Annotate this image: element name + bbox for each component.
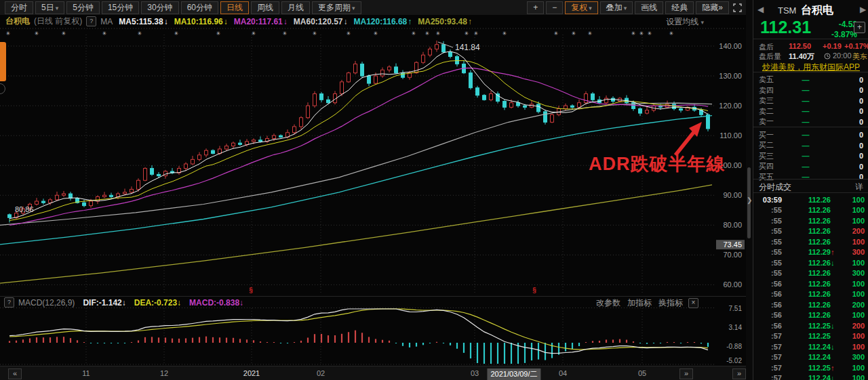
event-marker-icon[interactable]: ✳ <box>572 30 576 37</box>
event-marker-icon[interactable]: ✳ <box>474 30 479 37</box>
order-book-price: — <box>779 173 832 181</box>
period-button-月线[interactable]: 月线 <box>281 1 310 14</box>
event-marker-icon[interactable]: ✳ <box>216 30 221 37</box>
zoom-out-button[interactable]: − <box>546 1 563 14</box>
tool-button-隐藏[interactable]: 隐藏» <box>696 1 729 14</box>
tape-row: :55112.26300 <box>757 268 865 278</box>
event-marker-icon[interactable]: ✳ <box>425 30 430 37</box>
event-marker-icon[interactable]: ✳ <box>412 30 416 37</box>
arrow-down-icon: ↓ <box>831 343 836 351</box>
side-tab-handle[interactable] <box>0 42 6 81</box>
tape-time: :56 <box>757 290 782 298</box>
tape-price: 112.25 <box>782 332 831 340</box>
dividend-marker-icon[interactable]: § <box>249 287 253 294</box>
fullscreen-icon[interactable] <box>733 3 742 12</box>
zoom-in-button[interactable]: + <box>527 1 544 14</box>
event-marker-icon[interactable]: ✳ <box>554 30 559 37</box>
macd-value: DIF:-1.142↓ <box>83 298 125 308</box>
event-marker-icon[interactable]: ✳ <box>465 30 469 37</box>
axis-tick-label: 04 <box>559 369 567 377</box>
prev-stock-icon[interactable]: ◀ <box>757 5 764 14</box>
tape-volume: 300 <box>836 269 865 277</box>
macd-action-改参数[interactable]: 改参数 <box>596 297 620 309</box>
next-stock-icon[interactable]: ▶ <box>860 5 866 14</box>
event-marker-icon[interactable]: ✳ <box>639 30 644 37</box>
tool-button-复权[interactable]: 复权▾ <box>565 1 598 14</box>
event-marker-icon[interactable]: ✳ <box>102 30 107 37</box>
tool-button-画线[interactable]: 画线 <box>635 1 663 14</box>
order-book-level: 卖一 <box>759 117 779 127</box>
help-icon[interactable]: ? <box>4 297 14 308</box>
macd-actions: 改参数加指标换指标× <box>589 297 698 309</box>
ma5-line <box>9 51 708 219</box>
ma10-line <box>9 61 708 221</box>
ma-settings-button[interactable]: 设置均线 ▾ <box>666 16 704 28</box>
event-marker-icon[interactable]: ✳ <box>631 30 636 37</box>
close-icon[interactable]: × <box>688 298 698 308</box>
period-button-60分钟[interactable]: 60分钟 <box>181 1 218 14</box>
event-marker-icon[interactable]: ✳ <box>374 30 378 37</box>
period-button-30分钟[interactable]: 30分钟 <box>141 1 178 14</box>
event-marker-icon[interactable]: ✳ <box>648 30 652 37</box>
event-marker-icon[interactable]: ✳ <box>502 30 507 37</box>
axis-tick-label: 05 <box>638 369 646 377</box>
peak-price-label: 141.84 <box>455 43 480 52</box>
arrow-down-icon: ↓ <box>164 17 168 26</box>
tape-volume: 100 <box>836 217 865 225</box>
add-to-watchlist-button[interactable]: + <box>854 22 865 33</box>
period-button-15分钟[interactable]: 15分钟 <box>102 1 139 14</box>
event-marker-icon[interactable]: ✳ <box>6 30 11 37</box>
help-icon[interactable]: ? <box>86 16 96 26</box>
arrow-down-icon: ↓ <box>831 322 836 330</box>
order-book-price: — <box>779 163 832 171</box>
tape-detail-link[interactable]: 详 <box>855 182 863 193</box>
tool-button-经典[interactable]: 经典 <box>665 1 694 14</box>
period-button-周线[interactable]: 周线 <box>251 1 279 14</box>
tape-price: 112.25 <box>782 322 831 330</box>
event-marker-icon[interactable]: ✳ <box>669 30 674 37</box>
macd-action-加指标[interactable]: 加指标 <box>627 297 652 309</box>
arrow-up-icon: ↑ <box>831 248 836 256</box>
scroll-right-button[interactable]: » <box>679 368 693 379</box>
tape-row: :57112.24↓100 <box>757 341 865 352</box>
period-button-日线[interactable]: 日线 <box>220 1 249 14</box>
tape-price: 112.25 <box>782 364 831 372</box>
event-marker-icon[interactable]: ✳ <box>252 30 256 37</box>
event-marker-icon[interactable]: ✳ <box>138 30 142 37</box>
period-button-分时[interactable]: 分时 <box>5 1 33 14</box>
dif-line <box>9 309 708 354</box>
tape-row: :55112.26↓100 <box>757 257 865 268</box>
after-hours-price: 112.50 <box>789 42 811 50</box>
tape-time: :55 <box>757 238 782 246</box>
event-marker-icon[interactable]: ✳ <box>62 30 66 37</box>
tape-volume: 100 <box>836 206 865 214</box>
candlestick-chart[interactable]: 140.00130.00120.00110.00100.0090.0080.00… <box>0 28 746 366</box>
event-marker-icon[interactable]: ✳ <box>174 30 179 37</box>
period-button-更多周期[interactable]: 更多周期▾ <box>312 1 361 14</box>
period-button-5分钟[interactable]: 5分钟 <box>66 1 100 14</box>
macd-axis-label: 3.14 <box>729 324 743 331</box>
tape-volume: 300 <box>836 248 865 256</box>
macd-action-换指标[interactable]: 换指标 <box>658 297 683 309</box>
arrow-down-icon: ↓ <box>283 17 288 26</box>
event-marker-icon[interactable]: ✳ <box>347 30 351 37</box>
tape-time: :55 <box>757 259 782 267</box>
tape-row: 03:59112.26100 <box>757 194 865 205</box>
tool-button-叠加[interactable]: 叠加▾ <box>600 1 633 14</box>
period-button-5日[interactable]: 5日▾ <box>35 1 64 14</box>
event-marker-icon[interactable]: ✳ <box>436 30 441 37</box>
dividend-marker-icon[interactable]: § <box>532 287 536 294</box>
event-marker-icon[interactable]: ✳ <box>588 30 593 37</box>
after-hours-row: 盘后 112.50 +0.19 +0.17% <box>753 42 868 51</box>
scroll-left-button[interactable]: « <box>8 368 22 379</box>
event-marker-icon[interactable]: ✳ <box>283 30 288 37</box>
arrow-down-icon: ↓ <box>831 259 836 267</box>
order-book-price: — <box>779 131 832 139</box>
expand-axis-button[interactable]: » <box>732 368 746 379</box>
crosshair-date-label: 2021/03/09/二 <box>487 368 540 380</box>
event-marker-icon[interactable]: ✳ <box>35 30 39 37</box>
collapse-panel-icon[interactable]: ❯ <box>747 196 752 204</box>
order-book-row: 卖四—0 <box>759 85 863 96</box>
price-axis-label: 110.00 <box>719 131 742 140</box>
event-marker-icon[interactable]: ✳ <box>313 30 317 37</box>
